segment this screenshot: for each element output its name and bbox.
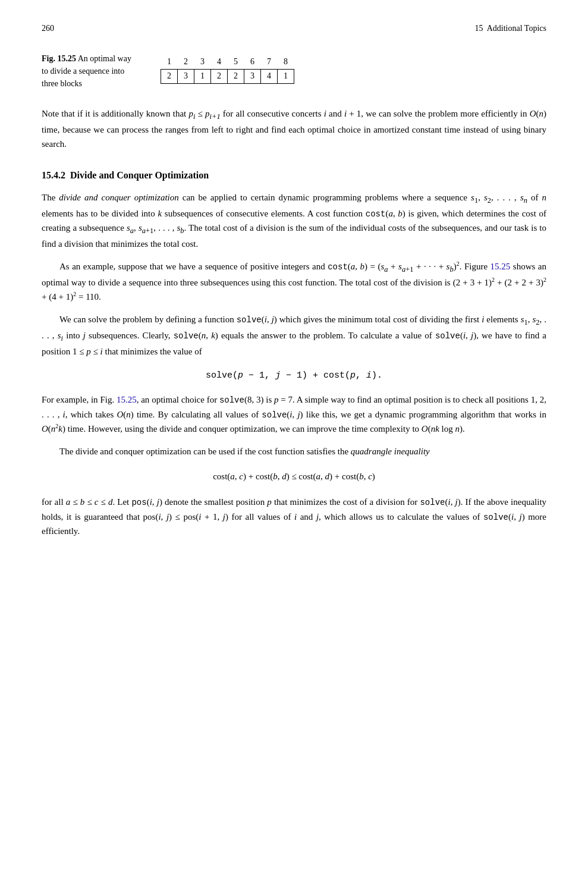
figure-ref-15-25-p4[interactable]: 15.25 bbox=[117, 395, 137, 404]
paragraph-1: The divide and conquer optimization can … bbox=[42, 190, 546, 251]
figure-table: 1 2 3 4 5 6 7 8 2 3 1 2 2 3 4 1 bbox=[161, 55, 294, 84]
col-header-7: 7 bbox=[261, 55, 278, 69]
section-title: Divide and Conquer Optimization bbox=[70, 170, 209, 180]
figure-table-header-row: 1 2 3 4 5 6 7 8 bbox=[161, 55, 294, 69]
cell-8: 1 bbox=[278, 69, 294, 83]
col-header-6: 6 bbox=[244, 55, 261, 69]
col-header-1: 1 bbox=[161, 55, 178, 69]
figure-15-25: Fig. 15.25 An optimal way to divide a se… bbox=[42, 52, 546, 90]
figure-label: Fig. 15.25 bbox=[42, 54, 76, 63]
cell-7: 4 bbox=[261, 69, 278, 83]
paragraph-6: for all a ≤ b ≤ c ≤ d. Let pos(i, j) den… bbox=[42, 495, 546, 538]
figure-caption-text3: three blocks bbox=[42, 79, 82, 88]
figure-caption-text1: An optimal way bbox=[78, 54, 131, 63]
col-header-3: 3 bbox=[194, 55, 211, 69]
figure-table-data-row: 2 3 1 2 2 3 4 1 bbox=[161, 69, 294, 83]
col-header-5: 5 bbox=[228, 55, 244, 69]
section-number: 15.4.2 bbox=[42, 170, 65, 180]
figure-table-container: 1 2 3 4 5 6 7 8 2 3 1 2 2 3 4 1 bbox=[161, 52, 546, 84]
intro-paragraph: Note that if it is additionally known th… bbox=[42, 106, 546, 151]
figure-caption: Fig. 15.25 An optimal way to divide a se… bbox=[42, 52, 149, 90]
formula-solve: solve(p − 1, j − 1) + cost(p, i). bbox=[42, 370, 546, 381]
figure-caption-text2: to divide a sequence into bbox=[42, 67, 124, 76]
col-header-4: 4 bbox=[211, 55, 228, 69]
paragraph-2: As an example, suppose that we have a se… bbox=[42, 259, 546, 304]
section-heading: 15.4.2 Divide and Conquer Optimization bbox=[42, 170, 546, 181]
cell-2: 3 bbox=[178, 69, 194, 83]
page-header: 260 15 Additional Topics bbox=[42, 24, 546, 36]
cell-6: 3 bbox=[244, 69, 261, 83]
cell-1: 2 bbox=[161, 69, 178, 83]
figure-ref-15-25-p2[interactable]: 15.25 bbox=[490, 262, 511, 271]
quadrangle-inequality: cost(a, c) + cost(b, d) ≤ cost(a, d) + c… bbox=[42, 472, 546, 482]
cell-3: 1 bbox=[194, 69, 211, 83]
paragraph-4: For example, in Fig. 15.25, an optimal c… bbox=[42, 392, 546, 436]
page: 260 15 Additional Topics Fig. 15.25 An o… bbox=[0, 0, 588, 892]
cell-5: 2 bbox=[228, 69, 244, 83]
col-header-2: 2 bbox=[178, 55, 194, 69]
col-header-8: 8 bbox=[278, 55, 294, 69]
cell-4: 2 bbox=[211, 69, 228, 83]
paragraph-3: We can solve the problem by defining a f… bbox=[42, 312, 546, 359]
paragraph-5: The divide and conquer optimization can … bbox=[42, 444, 546, 458]
chapter-title: 15 Additional Topics bbox=[475, 24, 547, 33]
page-number: 260 bbox=[42, 24, 54, 33]
